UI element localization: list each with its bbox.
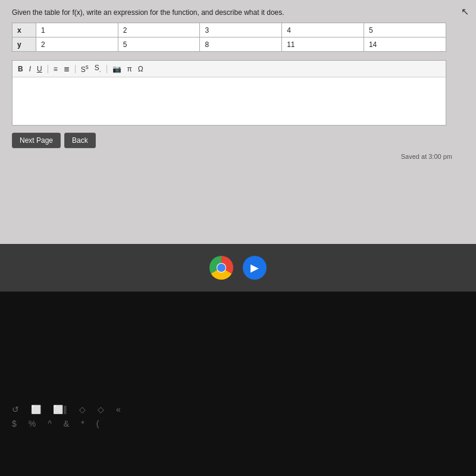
- editor-body[interactable]: [12, 77, 446, 125]
- superscript-button[interactable]: Ss: [79, 63, 90, 74]
- table-x-2: 2: [118, 23, 200, 37]
- key-refresh: ↺: [12, 405, 19, 414]
- subscript-button[interactable]: S.: [93, 63, 103, 74]
- toolbar-divider-3: [107, 65, 107, 73]
- table-x-5: 5: [364, 23, 446, 37]
- pi-button[interactable]: π: [126, 64, 134, 74]
- page-content: Given the table for f(x), write an expre…: [0, 0, 476, 166]
- table-y-2: 5: [118, 37, 200, 52]
- toolbar-divider-1: [48, 65, 48, 73]
- buttons-row: Next Page Back: [12, 133, 464, 148]
- taskbar: ▶: [0, 244, 476, 292]
- table-row-y: y 2 5 8 11 14: [12, 37, 446, 52]
- key-back-arrow: «: [116, 405, 121, 414]
- keyboard-row-1: ↺ ⬜ ⬜‖ ◇ ◇ «: [12, 405, 464, 414]
- toolbar-divider-2: [75, 65, 76, 73]
- browser-area: ↖ Given the table for f(x), write an exp…: [0, 0, 476, 244]
- chrome-icon[interactable]: [209, 256, 233, 280]
- table-x-1: 1: [36, 23, 118, 37]
- table-x-4: 4: [282, 23, 364, 37]
- saved-status: Saved at 3:00 pm: [12, 152, 464, 160]
- table-y-5: 14: [364, 37, 446, 52]
- keyboard-row-2: $ % ^ & * (: [12, 419, 464, 428]
- image-button[interactable]: 📷: [111, 64, 123, 74]
- unordered-list-button[interactable]: ≣: [62, 64, 71, 74]
- table-row-x: x 1 2 3 4 5: [12, 23, 446, 37]
- table-y-1: 2: [36, 37, 118, 52]
- key-dollar: $: [12, 419, 17, 428]
- bold-button[interactable]: B: [16, 64, 25, 74]
- next-page-button[interactable]: Next Page: [12, 133, 61, 148]
- editor-toolbar: B I U ≡ ≣ Ss S. 📷 π Ω: [12, 61, 446, 77]
- key-caret: ^: [48, 419, 52, 428]
- dark-bottom-area: ↺ ⬜ ⬜‖ ◇ ◇ « $ % ^ & * (: [0, 292, 476, 476]
- italic-button[interactable]: I: [27, 64, 33, 74]
- key-multiwindow: ⬜‖: [53, 405, 67, 414]
- video-camera-icon[interactable]: ▶: [243, 256, 267, 280]
- key-brightness-up: ◇: [98, 405, 104, 414]
- key-window: ⬜: [31, 405, 41, 414]
- ordered-list-button[interactable]: ≡: [52, 64, 60, 74]
- omega-button[interactable]: Ω: [136, 64, 145, 74]
- cursor-icon: ↖: [461, 6, 469, 17]
- data-table: x 1 2 3 4 5 y 2 5 8 11 14: [12, 23, 446, 52]
- table-x-3: 3: [200, 23, 282, 37]
- key-open-paren: (: [96, 419, 99, 428]
- key-asterisk: *: [81, 419, 84, 428]
- key-brightness-down: ◇: [79, 405, 86, 414]
- table-y-3: 8: [200, 37, 282, 52]
- key-percent: %: [29, 419, 36, 428]
- table-y-label: y: [12, 37, 36, 52]
- underline-button[interactable]: U: [35, 64, 44, 74]
- back-button[interactable]: Back: [64, 133, 96, 148]
- table-y-4: 11: [282, 37, 364, 52]
- video-icon-symbol: ▶: [250, 261, 259, 274]
- keyboard-area: ↺ ⬜ ⬜‖ ◇ ◇ « $ % ^ & * (: [0, 399, 476, 476]
- table-x-label: x: [12, 23, 36, 37]
- question-text: Given the table for f(x), write an expre…: [12, 6, 464, 17]
- chrome-inner-circle: [217, 264, 226, 272]
- key-ampersand: &: [64, 419, 69, 428]
- editor-container: B I U ≡ ≣ Ss S. 📷 π Ω: [12, 60, 446, 126]
